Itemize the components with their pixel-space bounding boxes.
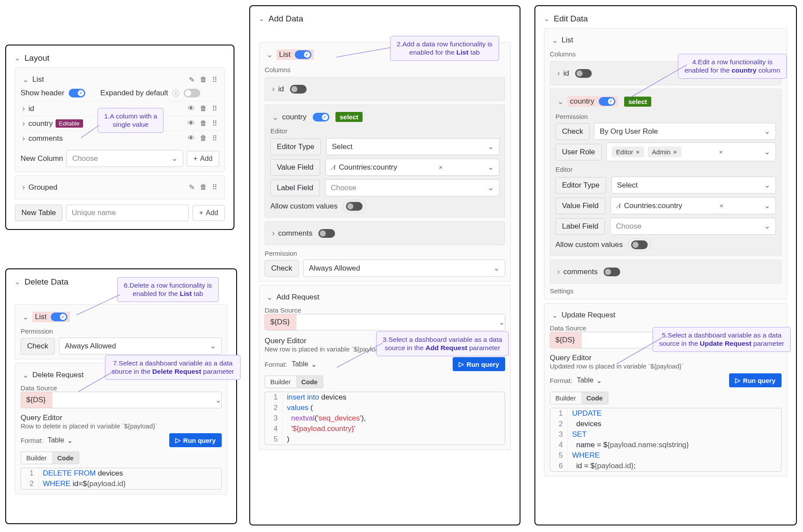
drag-icon[interactable]: ⠿ — [212, 119, 217, 128]
add-col-id-label: id — [278, 85, 284, 94]
add-valuefield-select[interactable]: Countries:country× — [325, 159, 499, 176]
edit-icon[interactable]: ✎ — [189, 76, 195, 84]
col-comments[interactable]: comments 👁🗑⠿ — [21, 131, 219, 146]
add-col-comments[interactable]: comments — [265, 221, 505, 245]
edit-format-select[interactable]: Table⌄ — [577, 376, 602, 385]
show-header-toggle[interactable] — [69, 89, 85, 97]
delete-code-editor[interactable]: 1DELETE FROM devices 2WHERE id=${payload… — [21, 468, 222, 490]
layout-title[interactable]: ⌄ Layout — [15, 53, 225, 63]
edit-userrole-select[interactable]: Editor× Admin× × — [606, 143, 776, 161]
delete-icon[interactable]: 🗑 — [200, 134, 207, 143]
list-header[interactable]: List ✎ 🗑 ⠿ — [21, 72, 219, 87]
edit-allowcustom-toggle[interactable] — [631, 240, 648, 249]
edit-panel: ⌄ Edit Data List Columns id country sele… — [534, 5, 797, 525]
delete-run-button[interactable]: ▷Run query — [169, 433, 222, 447]
drag-icon[interactable]: ⠿ — [212, 76, 217, 84]
tab-builder[interactable]: Builder — [265, 376, 296, 388]
chevron-down-icon — [22, 75, 32, 84]
play-icon: ▷ — [175, 436, 181, 444]
grouped-section[interactable]: Grouped ✎🗑⠿ — [15, 175, 225, 199]
add-format-select[interactable]: Table⌄ — [292, 360, 317, 369]
role-admin-chip[interactable]: Admin× — [648, 146, 681, 157]
delete-check-select[interactable]: Always Allowed — [59, 337, 222, 355]
add-title-row[interactable]: ⌄ Add Data — [259, 14, 511, 24]
add-format-label: Format: — [265, 361, 287, 368]
add-table-button[interactable]: +Add — [192, 205, 225, 221]
add-comments-toggle[interactable] — [318, 229, 335, 238]
tab-builder[interactable]: Builder — [21, 452, 52, 464]
add-request-sec: Add Request Data Source ${DS} Query Edit… — [259, 285, 511, 450]
add-ds-select[interactable]: ${DS} — [265, 314, 505, 330]
edit-format-label: Format: — [550, 377, 573, 384]
edit-editortype-label: Editor Type — [555, 177, 606, 194]
edit-title-row[interactable]: ⌄ Edit Data — [544, 14, 787, 24]
new-table-input[interactable]: Unique name — [66, 205, 189, 221]
chevron-right-icon — [22, 183, 28, 192]
callout-3: 3.Select a dashboard variable as a data … — [376, 331, 509, 356]
edit-qe-hint: Updated row is placed in variable `${pay… — [550, 362, 782, 370]
tab-builder[interactable]: Builder — [550, 392, 581, 404]
new-column-select[interactable]: Choose — [66, 150, 183, 167]
add-country-toggle[interactable] — [313, 113, 329, 122]
edit-icon[interactable]: ✎ — [189, 183, 195, 191]
delete-format-select[interactable]: Table⌄ — [48, 436, 73, 445]
edit-valuefield-select[interactable]: Countries:country× — [611, 197, 776, 214]
add-editortype-select[interactable]: Select — [326, 138, 499, 155]
plus-icon: + — [193, 155, 197, 163]
add-col-id[interactable]: id — [265, 77, 505, 101]
edit-check-select[interactable]: By Org User Role — [594, 123, 776, 140]
chevron-down-icon — [22, 370, 32, 380]
tab-code[interactable]: Code — [581, 392, 608, 404]
plus-icon: + — [199, 209, 203, 217]
eye-icon[interactable]: 👁 — [188, 134, 195, 143]
chevron-right-icon — [22, 134, 28, 143]
expanded-toggle[interactable] — [184, 89, 200, 97]
eye-icon[interactable]: 👁 — [188, 104, 195, 113]
edit-id-label: id — [563, 69, 569, 78]
edit-id-toggle[interactable] — [575, 69, 592, 78]
eye-icon[interactable]: 👁 — [188, 119, 195, 128]
add-list-sec: List Columns id country select Editor Ed… — [259, 42, 511, 282]
add-id-toggle[interactable] — [290, 85, 307, 94]
delete-check-label: Check — [21, 338, 55, 355]
add-check-select[interactable]: Always Allowed — [303, 260, 505, 277]
drag-icon[interactable]: ⠿ — [212, 134, 217, 143]
edit-code-editor[interactable]: 1UPDATE 2 devices 3SET 4 name = ${payloa… — [550, 408, 782, 472]
role-editor-chip[interactable]: Editor× — [612, 146, 644, 157]
edit-check-label: Check — [555, 123, 590, 140]
edit-editortype-select[interactable]: Select — [611, 177, 776, 194]
delete-icon[interactable]: 🗑 — [200, 183, 207, 191]
show-header-label: Show header — [21, 89, 64, 97]
edit-country-toggle[interactable] — [599, 97, 615, 106]
drag-icon[interactable]: ⠿ — [212, 104, 217, 113]
delete-icon[interactable]: 🗑 — [200, 76, 207, 84]
add-allowcustom-toggle[interactable] — [346, 202, 363, 211]
edit-labelfield-label: Label Field — [555, 218, 605, 235]
tab-code[interactable]: Code — [296, 376, 323, 388]
tab-code[interactable]: Code — [52, 452, 79, 464]
add-run-button[interactable]: ▷Run query — [453, 357, 505, 371]
layout-title-text: Layout — [24, 53, 49, 63]
edit-labelfield-select[interactable]: Choose — [610, 218, 776, 235]
add-code-editor[interactable]: 1insert into devices 2values ( 3 nextval… — [265, 392, 505, 445]
delete-request-label: Delete Request — [32, 371, 84, 379]
chevron-down-icon — [266, 50, 276, 59]
edit-run-button[interactable]: ▷Run query — [729, 373, 782, 387]
delete-ds-select[interactable]: ${DS} — [21, 392, 222, 408]
edit-comments-toggle[interactable] — [604, 268, 620, 276]
edit-valuefield-label: Value Field — [555, 198, 605, 214]
delete-icon[interactable]: 🗑 — [200, 119, 207, 128]
chevron-down-icon: ⌄ — [15, 278, 20, 285]
drag-icon[interactable]: ⠿ — [212, 183, 217, 191]
edit-perm-label: Permission — [555, 113, 776, 120]
add-request-label: Add Request — [276, 293, 319, 302]
add-list-toggle[interactable] — [295, 50, 311, 59]
add-labelfield-select[interactable]: Choose — [325, 179, 499, 196]
delete-list-toggle[interactable] — [51, 313, 67, 321]
edit-col-comments[interactable]: comments — [550, 260, 782, 284]
new-column-label: New Column — [21, 154, 63, 163]
info-icon[interactable]: i — [172, 90, 179, 97]
delete-icon[interactable]: 🗑 — [200, 104, 207, 113]
delete-request-sec: Delete Request Data Source ${DS} Query E… — [15, 363, 227, 494]
add-column-button[interactable]: +Add — [187, 151, 219, 167]
